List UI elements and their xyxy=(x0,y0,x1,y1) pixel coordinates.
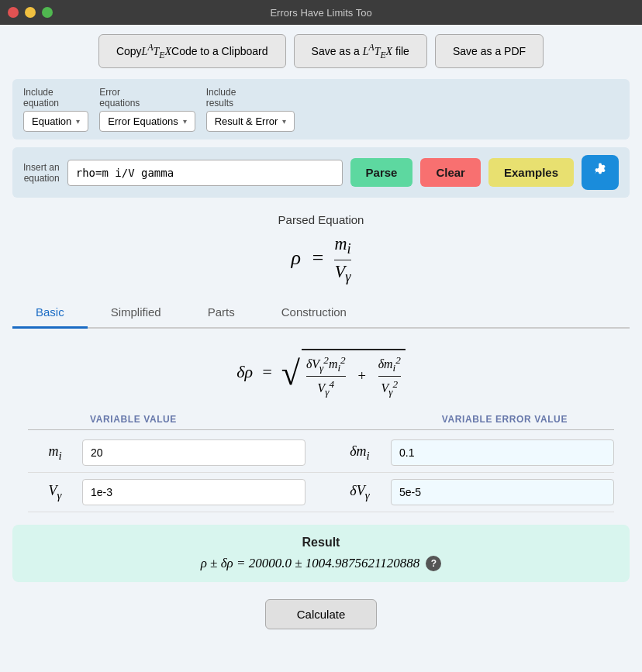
equation-input[interactable] xyxy=(67,160,343,186)
result-dropdown[interactable]: Result & Error ▾ xyxy=(206,111,295,132)
table-headers: VARIABLE VALUE VARIABLE ERROR VALUE xyxy=(28,414,614,425)
main-content: CopyLATEXCode to a Clipboard Save as a L… xyxy=(0,25,642,672)
error-formula-display: δρ = √ δVγ2mi2 Vγ4 + δmi2 Vγ2 xyxy=(12,336,630,406)
save-pdf-button[interactable]: Save as a PDF xyxy=(435,34,544,68)
result-formula: ρ ± δρ = 20000.0 ± 1004.9875621120888 ? xyxy=(28,556,614,571)
parsed-equation-formula: ρ = mi Vγ xyxy=(12,234,630,285)
include-equation-label: Includeequation xyxy=(23,87,59,109)
include-results-group: Includeresults Result & Error ▾ xyxy=(206,87,295,132)
result-title: Result xyxy=(28,536,614,550)
var-name-mi: mi xyxy=(28,443,82,463)
controls-row: Includeequation Equation ▾ Errorequation… xyxy=(12,79,630,140)
window-title: Errors Have Limits Too xyxy=(270,7,371,19)
chevron-down-icon: ▾ xyxy=(282,117,286,126)
chevron-down-icon: ▾ xyxy=(76,117,80,126)
err-name-dmi: δmi xyxy=(329,443,391,463)
sqrt-formula: √ δVγ2mi2 Vγ4 + δmi2 Vγ2 xyxy=(281,349,406,398)
include-equation-group: Includeequation Equation ▾ xyxy=(23,87,88,132)
equation-fraction: mi Vγ xyxy=(334,234,350,285)
tab-construction[interactable]: Construction xyxy=(258,298,370,329)
err-value-dmi-input[interactable] xyxy=(391,439,614,466)
tabs-row: Basic Simplified Parts Construction xyxy=(12,298,630,329)
var-value-header: VARIABLE VALUE xyxy=(90,414,177,425)
tab-basic[interactable]: Basic xyxy=(12,298,88,329)
calculate-button[interactable]: Calculate xyxy=(265,599,378,629)
variable-table: VARIABLE VALUE VARIABLE ERROR VALUE mi δ… xyxy=(12,414,630,512)
examples-button[interactable]: Examples xyxy=(488,158,574,187)
equation-dropdown[interactable]: Equation ▾ xyxy=(23,111,88,132)
var-name-vgamma: Vγ xyxy=(28,483,82,502)
tab-parts[interactable]: Parts xyxy=(185,298,258,329)
window-controls[interactable] xyxy=(8,7,53,18)
tab-simplified[interactable]: Simplified xyxy=(88,298,185,329)
minimize-button[interactable] xyxy=(25,7,36,18)
result-section: Result ρ ± δρ = 20000.0 ± 1004.987562112… xyxy=(12,525,630,582)
var-value-vgamma-input[interactable] xyxy=(82,479,305,505)
help-icon[interactable]: ? xyxy=(426,556,441,571)
error-equations-label: Errorequations xyxy=(99,87,140,109)
parse-button[interactable]: Parse xyxy=(350,158,413,187)
var-error-header: VARIABLE ERROR VALUE xyxy=(442,414,568,425)
close-button[interactable] xyxy=(8,7,19,18)
equation-input-row: Insert anequation Parse Clear Examples xyxy=(12,147,630,198)
copy-latex-button[interactable]: CopyLATEXCode to a Clipboard xyxy=(98,34,286,68)
save-latex-button[interactable]: Save as a LATEX file xyxy=(294,34,427,68)
clear-button[interactable]: Clear xyxy=(420,158,481,187)
maximize-button[interactable] xyxy=(42,7,53,18)
table-row: Vγ δVγ xyxy=(28,473,614,512)
top-buttons-row: CopyLATEXCode to a Clipboard Save as a L… xyxy=(12,34,630,68)
error-equations-group: Errorequations Error Equations ▾ xyxy=(99,87,195,132)
equation-input-label: Insert anequation xyxy=(23,162,60,184)
parsed-equation-title: Parsed Equation xyxy=(12,213,630,226)
include-results-label: Includeresults xyxy=(206,87,236,109)
sqrt-symbol: √ xyxy=(281,357,300,391)
table-row: mi δmi xyxy=(28,433,614,473)
chevron-down-icon: ▾ xyxy=(183,117,187,126)
gear-icon xyxy=(592,163,608,178)
var-value-mi-input[interactable] xyxy=(82,439,305,466)
error-equations-dropdown[interactable]: Error Equations ▾ xyxy=(99,111,195,132)
err-value-dvgamma-input[interactable] xyxy=(391,479,614,505)
title-bar: Errors Have Limits Too xyxy=(0,0,642,25)
parsed-equation-display: Parsed Equation ρ = mi Vγ xyxy=(12,205,630,290)
err-name-dvgamma: δVγ xyxy=(329,483,391,502)
settings-button[interactable] xyxy=(582,155,619,190)
